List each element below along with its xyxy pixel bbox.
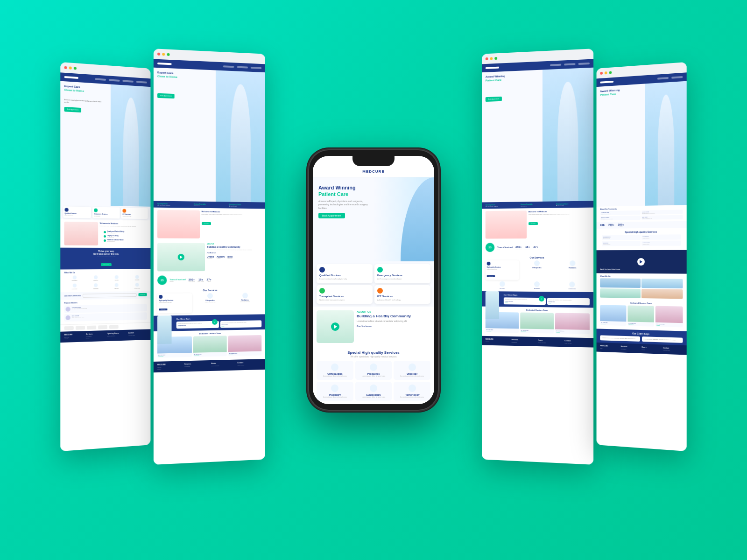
phone-service-paed: Paediatrics Lorem ipsum dolor sit amet c… [355,361,392,380]
phone-hero-title: Award WinningPatient Care [318,184,370,198]
what-img-rf-2 [641,279,683,288]
phone-service-pulm: Pulmonology Lorem ipsum dolor sit amet c… [394,382,430,401]
info-card-ict-lf: ICT Services Advanced technology [121,208,148,219]
phone-hero-subtitle: Access to Expert physicians and surgeons… [318,200,370,210]
video-rf: Watch Our Latest Video Events [597,250,687,274]
phone-service-psych: Psychiatry Lorem ipsum dolor sit amet co… [317,382,353,401]
hero-title-rn: Award WinningPatient Care [486,75,505,83]
phone-info-card-emergency: Emergency Services 24/7 emergency medica… [374,264,430,283]
info-cards-lf: Qualified Doctors Expert medical staff E… [60,205,150,220]
join-input-lf[interactable] [83,293,137,298]
scene: Expert CareClose to Home Access to exper… [47,23,700,537]
play-btn-rf[interactable] [637,258,645,266]
info-card-e-lf: Emergency Services 24/7 availability [92,207,120,219]
stats-rn: 25 Years of trust andservice 250+Happy P… [482,241,593,254]
service-card-2-ln: Orthopaedics Leading orthopaedic care [193,293,227,313]
clients-rn: Our Client Says ✓ Outstanding service an… [482,291,593,308]
phone-info-cards: Qualified Doctors Expert medical staff r… [313,261,434,307]
welcome-lf: Welcome to Medcure Lorem ipsum dolor sit… [60,219,150,248]
doctors-rf: Dedicated Doctors Team Dr. Alex BenCardi… [597,300,687,331]
phone-outer: MEDCURE Award WinningPatient Care Access… [308,149,439,411]
footer-rn: MEDCUREAbout Us ServicesOrthopaedics Hou… [482,336,593,347]
hero-btn-rn[interactable]: Book Appointment [486,97,502,102]
clients-ln: Our Client Says ✓ Excellent service and … [154,314,265,331]
service-onco-rn: Oncology [486,281,519,289]
service-item-rf-1: OrthopaedicsExpert bone care [602,235,640,240]
screen-left-near: Expert CareClose to Home Book Appointmen… [154,49,265,465]
screen-right-far: Award WinningPatient Care About Our Trea… [597,62,687,451]
footer-ln: MEDCUREAbout UsServices ServicesOrthopae… [154,359,265,372]
what-lf: What We Do Orthopaedics Paediatrics Onco… [60,269,150,292]
phone-notch [352,156,395,166]
test-card-1-rf: Excellent medical care received at Medcu… [600,336,640,342]
service-paed-rn: Paediatrics [555,260,590,280]
building-ln: ABOUT US Building a Healthy Community Lo… [154,241,265,274]
welcome-rn: Welcome to Medcure Lorem ipsum dolor sit… [482,208,593,241]
screen-right-near: Award WinningPatient Care Book Appointme… [482,49,593,465]
about-rf: About Our Treatments Advanced CareState … [597,205,687,222]
what-rf: What We Do [597,273,687,301]
service-item-rf-3: OncologyCancer treatment [602,241,640,246]
info-card-q-lf: Qualified Doctors Expert medical staff [63,207,91,218]
hero-img-ln [216,70,265,203]
services-ln: Our Services High-quality Services Medic… [154,286,265,315]
services-rf: Special High-quality Services Orthopaedi… [597,228,687,250]
qualified-icon [319,267,325,273]
footer-lf: MEDCUREQuick LinksAbout Us ServicesOrtho… [60,329,150,343]
phone-mockup: MEDCURE Award WinningPatient Care Access… [308,149,439,411]
phone-hero-text: Award WinningPatient Care Access to Expe… [318,184,370,218]
thrive-bar-lf: Thrive your way.We'll take care of the r… [60,248,150,269]
welcome-ln: Welcome to Medcure Lorem ipsum dolor sit… [154,208,265,241]
phone-hero: Award WinningPatient Care Access to Expe… [313,177,434,261]
phone-screen: MEDCURE Award WinningPatient Care Access… [313,156,434,404]
phone-info-card-qualified: Qualified Doctors Expert medical staff r… [317,264,373,283]
phone-info-card-ict: ICT Services Advanced health technology [374,285,430,304]
phone-hero-bg [378,177,434,261]
phone-service-gyno: Gynaecology Lorem ipsum dolor sit amet c… [355,382,392,401]
phone-hero-btn[interactable]: Book Appointment [318,213,345,218]
screen-left-far: Expert CareClose to Home Access to exper… [60,62,150,451]
services-rn: Our Services High-quality Services Medic… [482,254,593,292]
service-item-rf-4: GynaecologyWomen's health [641,241,681,246]
stats-ln: 25 Years of trust andservice 250+Happy P… [154,273,265,287]
service-item-rf-2: PaediatricsChild healthcare [641,235,681,240]
phone-content: Award WinningPatient Care Access to Expe… [313,177,434,404]
stories-lf: Patient Stories Amazing ServiceThe care … [60,298,150,324]
phone-service-ortho: Orthopaedics Lorem ipsum dolor sit amet … [317,361,353,380]
hero-title-rf: Award WinningPatient Care [600,89,620,97]
service-hq-rn: High-quality Services Medical excellence… [486,260,519,280]
phone-nav: MEDCURE [313,166,434,177]
service-gyno-rn: Gynaecology [555,281,590,290]
hero-title-lf: Expert CareClose to Home [64,84,84,93]
service-psych-rn: Psychiatry [520,281,554,289]
transplant-icon [319,288,325,294]
service-card-1-ln: High-quality Services Medical services y… [157,294,192,314]
hero-img-rn [543,68,593,202]
hero-btn-lf[interactable]: Book Appointment [64,107,81,112]
what-img-rf-3 [600,288,640,298]
service-ortho-rn: Orthopaedics [520,260,554,280]
phone-info-card-transplant: Transplant Services World-class transpla… [317,285,373,304]
phone-logo: MEDCURE [362,169,384,174]
test-card-2-rf: Professional and caring staff. The best … [641,336,683,343]
phone-service-onco: Oncology Lorem ipsum dolor sit amet cons [394,361,430,380]
hero-img-lf [111,84,150,207]
what-img-rf-1 [600,279,640,288]
emergency-icon [377,267,383,273]
hero-img-rf [645,81,687,206]
hero-btn-ln[interactable]: Book Appointment [157,93,175,98]
phone-services-grid: Orthopaedics Lorem ipsum dolor sit amet … [317,361,430,401]
ict-icon [377,288,383,294]
phone-building: ABOUT US Building a Healthy Community Lo… [313,307,434,347]
what-img-rf-4 [641,289,683,299]
service-card-3-ln: Paediatrics Expert child healthcare [228,293,261,312]
hero-title-ln: Expert CareClose to Home [157,71,177,79]
phone-services-section: Special High-quality Services We offer s… [313,347,434,404]
